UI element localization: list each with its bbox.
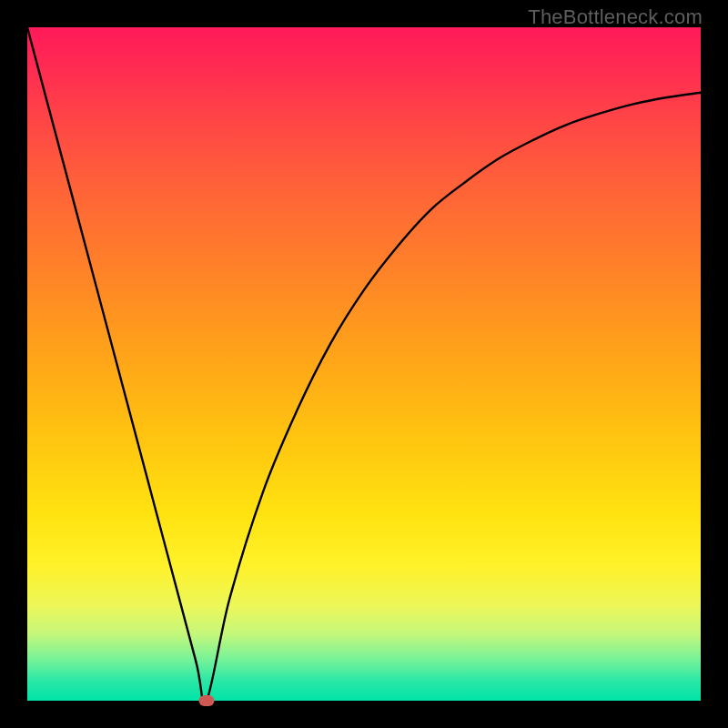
watermark-text: TheBottleneck.com (528, 5, 703, 29)
bottleneck-curve (27, 27, 701, 701)
plot-area (27, 27, 701, 701)
curve-path (27, 27, 701, 703)
minimum-marker (198, 695, 214, 706)
chart-frame: TheBottleneck.com (0, 0, 728, 728)
